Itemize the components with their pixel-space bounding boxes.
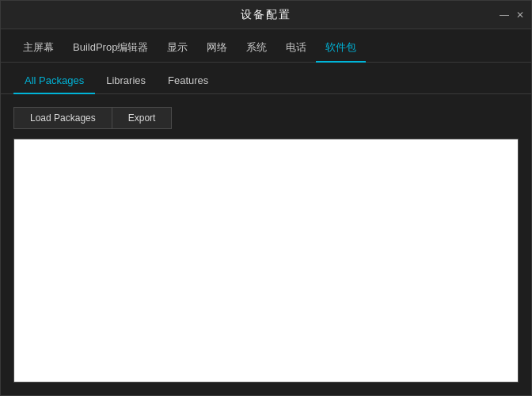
tab-features[interactable]: Features (157, 68, 219, 94)
window-controls: — ✕ (500, 10, 525, 20)
toolbar: Load Packages Export (13, 107, 519, 129)
nav-item-network[interactable]: 网络 (197, 34, 237, 63)
content-area: All Packages Libraries Features Load Pac… (1, 63, 531, 395)
nav-item-packages[interactable]: 软件包 (316, 34, 366, 63)
load-packages-button[interactable]: Load Packages (13, 107, 112, 129)
nav-item-system[interactable]: 系统 (237, 34, 276, 63)
window-title: 设备配置 (241, 8, 291, 22)
tab-libraries[interactable]: Libraries (95, 68, 157, 94)
nav-item-buildprop[interactable]: BuildProp编辑器 (63, 34, 158, 63)
nav-bar: 主屏幕 BuildProp编辑器 显示 网络 系统 电话 软件包 (1, 29, 531, 63)
minimize-button[interactable]: — (500, 10, 509, 20)
main-window: 设备配置 — ✕ 主屏幕 BuildProp编辑器 显示 网络 系统 电话 软件… (0, 0, 532, 396)
nav-item-phone[interactable]: 电话 (276, 34, 316, 63)
export-button[interactable]: Export (112, 107, 173, 129)
tab-bar: All Packages Libraries Features (1, 63, 531, 94)
tab-all-packages[interactable]: All Packages (13, 68, 95, 94)
nav-item-home[interactable]: 主屏幕 (13, 34, 63, 63)
packages-list (13, 139, 519, 383)
nav-item-display[interactable]: 显示 (158, 34, 197, 63)
close-button[interactable]: ✕ (515, 10, 525, 20)
title-bar: 设备配置 — ✕ (1, 1, 531, 29)
main-content: Load Packages Export (1, 94, 531, 395)
